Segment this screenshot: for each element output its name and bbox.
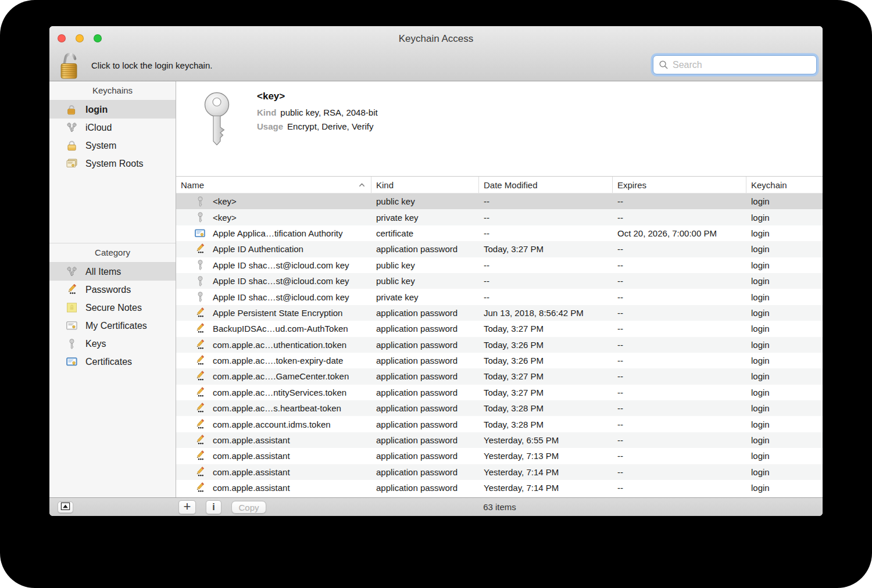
sidebar-item-all-items[interactable]: All Items <box>49 263 176 281</box>
main-pane: <key> Kindpublic key, RSA, 2048-bit Usag… <box>176 81 823 497</box>
cell-name: com.apple.ac…uthentication.token <box>176 339 371 350</box>
key-icon <box>66 338 77 349</box>
table-row[interactable]: com.apple.ac….GameCenter.tokenapplicatio… <box>176 368 823 384</box>
table-row[interactable]: com.apple.assistantapplication passwordY… <box>176 464 823 480</box>
table-row[interactable]: Apple ID Authenticationapplication passw… <box>176 241 823 257</box>
sidebar-item-label: Certificates <box>85 357 132 367</box>
detail-kind-value: public key, RSA, 2048-bit <box>280 107 377 117</box>
cell-kind: application password <box>371 324 479 334</box>
item-name: Apple Applica…tification Authority <box>213 228 342 238</box>
password-icon <box>195 355 205 366</box>
table-row[interactable]: Apple Persistent State Encryptionapplica… <box>176 305 823 321</box>
column-header-expires[interactable]: Expires <box>613 177 746 193</box>
cell-kind: certificate <box>371 228 479 238</box>
unlocked-padlock-icon <box>66 104 77 115</box>
search-input[interactable] <box>669 56 816 74</box>
table-row[interactable]: com.apple.ac…uthentication.tokenapplicat… <box>176 337 823 353</box>
cell-kind: private key <box>371 213 479 223</box>
cell-date-modified: Today, 3:27 PM <box>479 371 613 381</box>
toggle-keychains-panel-button[interactable] <box>58 501 73 513</box>
cell-keychain: login <box>746 451 823 461</box>
sidebar-item-label: Keys <box>85 339 106 349</box>
cell-keychain: login <box>746 228 823 238</box>
sidebar-item-system-roots[interactable]: System Roots <box>49 155 176 173</box>
keys-icon <box>66 266 77 277</box>
unlocked-padlock-icon[interactable] <box>59 51 80 80</box>
cell-name: <key> <box>176 196 371 207</box>
detail-title: <key> <box>257 89 378 103</box>
sidebar-item-login[interactable]: login <box>49 101 176 119</box>
cell-keychain: login <box>746 196 823 206</box>
cell-date-modified: -- <box>479 292 613 302</box>
table-row[interactable]: com.apple.ac…ntityServices.tokenapplicat… <box>176 385 823 400</box>
table-row[interactable]: com.apple.assistantapplication passwordY… <box>176 432 823 448</box>
cell-keychain: login <box>746 467 823 477</box>
table-row[interactable]: com.apple.assistantapplication passwordY… <box>176 480 823 496</box>
cell-kind: application password <box>371 420 479 429</box>
window-chrome: Keychain Access Click to lock the login … <box>49 26 823 81</box>
table-row[interactable]: Apple Applica…tification Authoritycertif… <box>176 225 823 241</box>
cell-expires: -- <box>613 403 746 413</box>
titlebar[interactable]: Keychain Access <box>49 26 823 51</box>
cell-keychain: login <box>746 324 823 334</box>
search-icon <box>659 60 669 70</box>
column-header-keychain[interactable]: Keychain <box>746 177 823 193</box>
lock-status-message[interactable]: Click to lock the login keychain. <box>91 60 212 70</box>
search-field[interactable] <box>653 55 817 74</box>
cell-kind: public key <box>371 260 479 270</box>
table-row[interactable]: com.apple.account.idms.tokenapplication … <box>176 416 823 432</box>
cell-kind: application password <box>371 244 479 254</box>
key-icon <box>195 260 205 271</box>
cell-expires: -- <box>613 435 746 445</box>
password-icon <box>195 307 205 318</box>
sidebar-item-system[interactable]: System <box>49 137 176 155</box>
table-row[interactable]: com.apple.ac….token-expiry-dateapplicati… <box>176 353 823 368</box>
keys-icon <box>66 122 77 133</box>
sidebar-item-secure-notes[interactable]: Secure Notes <box>49 299 176 317</box>
cell-expires: -- <box>613 467 746 477</box>
item-name: com.apple.assistant <box>213 483 290 493</box>
detail-usage-row: UsageEncrypt, Derive, Verify <box>257 120 378 134</box>
keychains-section-header: Keychains <box>49 81 176 101</box>
table-row[interactable]: Apple ID shac…st@icloud.com keyprivate k… <box>176 289 823 304</box>
cell-name: Apple Applica…tification Authority <box>176 228 371 239</box>
sidebar-item-keys[interactable]: Keys <box>49 335 176 353</box>
cell-keychain: login <box>746 356 823 365</box>
column-header-date-modified[interactable]: Date Modified <box>479 177 613 193</box>
sidebar-item-label: System <box>85 141 116 151</box>
table-row[interactable]: BackupIDSAc…ud.com-AuthTokenapplication … <box>176 321 823 336</box>
column-header-name-label: Name <box>181 180 204 190</box>
table-row[interactable]: Apple ID shac…st@icloud.com keypublic ke… <box>176 273 823 289</box>
sidebar-item-icloud[interactable]: iCloud <box>49 119 176 137</box>
minimize-window-button[interactable] <box>76 34 84 42</box>
table-row[interactable]: Apple ID shac…st@icloud.com keypublic ke… <box>176 257 823 273</box>
item-name: com.apple.assistant <box>213 467 290 477</box>
cell-date-modified: Today, 3:28 PM <box>479 403 613 413</box>
column-header-name[interactable]: Name <box>176 177 371 193</box>
table-row[interactable]: <key>public key----login <box>176 193 823 209</box>
cell-keychain: login <box>746 435 823 445</box>
certificate-icon <box>195 228 205 239</box>
table-row[interactable]: <key>private key----login <box>176 209 823 225</box>
table-row[interactable]: com.apple.assistantapplication passwordY… <box>176 448 823 464</box>
sidebar-item-certificates[interactable]: Certificates <box>49 353 176 371</box>
item-name: Apple ID shac…st@icloud.com key <box>213 260 349 270</box>
keychain-access-window: Keychain Access Click to lock the login … <box>49 26 823 516</box>
cell-name: com.apple.ac…s.heartbeat-token <box>176 403 371 414</box>
cell-date-modified: Today, 3:27 PM <box>479 244 613 254</box>
password-icon <box>195 323 205 334</box>
table-row[interactable]: com.apple.ac…s.heartbeat-tokenapplicatio… <box>176 400 823 416</box>
panel-toggle-icon <box>60 502 70 512</box>
items-count: 63 items <box>177 498 823 516</box>
cell-expires: -- <box>613 213 746 223</box>
key-icon <box>195 275 205 286</box>
traffic-lights <box>58 34 102 42</box>
close-window-button[interactable] <box>58 34 66 42</box>
sidebar-item-my-certificates[interactable]: My Certificates <box>49 317 176 335</box>
sidebar-item-passwords[interactable]: Passwords <box>49 281 176 299</box>
cell-name: Apple ID shac…st@icloud.com key <box>176 292 371 303</box>
column-header-keychain-label: Keychain <box>751 180 787 190</box>
zoom-window-button[interactable] <box>94 34 102 42</box>
column-header-kind[interactable]: Kind <box>371 177 479 193</box>
item-name: BackupIDSAc…ud.com-AuthToken <box>213 324 348 334</box>
